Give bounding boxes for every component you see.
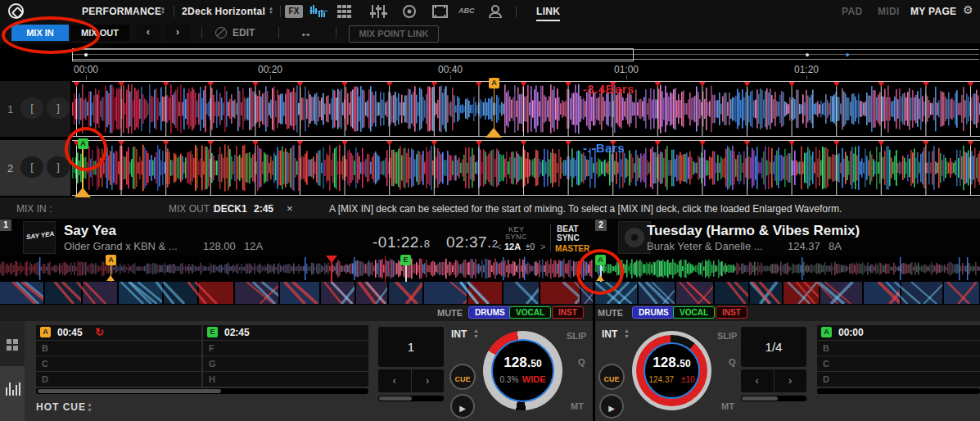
key-sync-value[interactable]: 12A: [504, 242, 521, 251]
deck1-play-button[interactable]: ▶: [450, 394, 475, 419]
hotcue-bank-chevrons-icon[interactable]: ▲▼: [87, 401, 93, 413]
hotcue-slot-d[interactable]: D: [36, 372, 201, 387]
gear-icon[interactable]: ⚙: [963, 3, 973, 16]
rekordbox-logo-icon[interactable]: [8, 3, 24, 19]
hotcue-slot-c[interactable]: C: [36, 356, 201, 371]
overview-view-region[interactable]: [72, 48, 634, 61]
fx-icon[interactable]: FX: [285, 5, 303, 18]
scrollbar-thumb[interactable]: [742, 396, 778, 401]
deck1-loop-in-button[interactable]: [: [20, 97, 43, 119]
beatjump-back-button[interactable]: ‹: [378, 369, 412, 392]
mixer-icon[interactable]: [370, 5, 388, 18]
timeline-tickmark: [86, 75, 87, 79]
deck1-int-mode[interactable]: INT: [451, 328, 467, 340]
beat-sync-label[interactable]: BEAT: [557, 224, 578, 233]
layout-chevrons-icon[interactable]: ▲▼: [269, 7, 273, 15]
mix-point-link-button[interactable]: MIX POINT LINK: [349, 25, 439, 43]
timeline-tickmark: [626, 75, 627, 79]
key-next-icon[interactable]: >: [540, 242, 545, 251]
deck1-elapsed-time: 02:37.2: [446, 233, 499, 251]
deck1-strip-waveform[interactable]: [0, 256, 593, 282]
deck1-stem-drums-button[interactable]: DRUMS: [468, 306, 512, 319]
deck1-quantize-label[interactable]: Q: [578, 357, 585, 367]
pad-mode-icon[interactable]: [7, 339, 18, 351]
deck1-loop-out-button[interactable]: ]: [47, 97, 70, 119]
deck1-cue-a-marker[interactable]: A: [489, 78, 499, 88]
hotcue-slot-d[interactable]: D: [817, 372, 980, 387]
recorder-icon[interactable]: [403, 5, 418, 18]
deck1-strip-cue-e[interactable]: E: [400, 255, 411, 265]
rekordbox-app: PERFORMANCE ▲▼ 2Deck Horizontal ▲▼ FX AB…: [0, 0, 980, 421]
mode-selector[interactable]: PERFORMANCE: [82, 6, 161, 17]
deck2-stem-vocal-button[interactable]: VOCAL: [673, 306, 715, 319]
deck2-cue-button[interactable]: CUE: [598, 364, 625, 390]
deck2-slip-label[interactable]: SLIP: [717, 331, 737, 341]
beatjump-fwd-button[interactable]: ›: [775, 369, 807, 392]
deck2-loop-out-button[interactable]: ]: [47, 156, 70, 178]
deck2-strip-waveform[interactable]: [595, 256, 980, 282]
deck1-beatjump-value[interactable]: 1: [378, 327, 444, 367]
deck2-stem-inst-button[interactable]: INST: [716, 306, 747, 319]
hotcue-slot-b[interactable]: B: [817, 341, 980, 355]
deck1-cue-button[interactable]: CUE: [449, 364, 476, 390]
deck1-jog-wheel[interactable]: 128.50 0.3% WIDE: [483, 331, 562, 410]
hotcue-slot-c[interactable]: C: [817, 356, 980, 371]
hotcue-slot-h[interactable]: H: [203, 372, 368, 387]
beatjump-back-button[interactable]: ‹: [741, 369, 775, 392]
layout-selector[interactable]: 2Deck Horizontal: [182, 6, 265, 17]
timeline-tick: 00:40: [438, 64, 463, 75]
toolbar-divider: [174, 6, 174, 17]
hotcue-slot-a[interactable]: A 00:00: [817, 325, 980, 340]
deck1-hotcue-scrollbar[interactable]: [36, 388, 368, 394]
scrollbar-thumb[interactable]: [379, 396, 412, 401]
quantize-off-icon[interactable]: [215, 27, 227, 38]
prev-mix-point-button[interactable]: ‹: [136, 25, 160, 41]
hotcue-slot-e[interactable]: E 02:45: [203, 325, 368, 340]
pad-tab[interactable]: PAD: [842, 6, 862, 17]
deck2-loop-in-button[interactable]: [: [20, 156, 43, 178]
hotcue-slot-a[interactable]: A 00:45 ↺: [36, 325, 201, 340]
hotcue-slot-f[interactable]: F: [203, 341, 368, 355]
deck2-beatjump-scrollbar[interactable]: [741, 396, 806, 401]
resize-icon[interactable]: ↔: [300, 25, 312, 39]
active-panel-tab[interactable]: [0, 366, 25, 421]
hotcue-slot-g[interactable]: G: [203, 356, 368, 371]
lyric-abc-icon[interactable]: ABC: [458, 7, 475, 15]
deck1-enlarged-waveform[interactable]: [72, 81, 980, 137]
scrollbar-thumb[interactable]: [38, 389, 221, 393]
link-tab[interactable]: LINK: [536, 6, 560, 21]
close-icon[interactable]: ×: [287, 202, 293, 215]
beat-sync-label[interactable]: SYNC: [557, 233, 580, 242]
deck2-play-button[interactable]: ▶: [599, 394, 624, 419]
edit-button[interactable]: EDIT: [233, 27, 255, 38]
waveform-view-icon[interactable]: [309, 5, 329, 18]
deck1-beatjump-scrollbar[interactable]: [378, 396, 444, 401]
beatjump-fwd-button[interactable]: ›: [412, 369, 445, 392]
deck1-mt-label[interactable]: MT: [571, 401, 584, 411]
my-page-tab[interactable]: MY PAGE: [910, 6, 956, 17]
deck2-int-mode[interactable]: INT: [602, 328, 617, 340]
camera-bust-icon[interactable]: [488, 5, 503, 18]
next-mix-point-button[interactable]: ›: [165, 25, 190, 41]
video-icon[interactable]: [432, 5, 449, 18]
int-chevrons-icon[interactable]: ▲▼: [624, 328, 630, 339]
key-prev-icon[interactable]: <: [496, 242, 501, 251]
mode-chevrons-icon[interactable]: ▲▼: [160, 7, 165, 15]
hotcue-slot-b[interactable]: B: [36, 341, 201, 355]
deck1-strip-cue-a[interactable]: A: [106, 255, 116, 265]
int-chevrons-icon[interactable]: ▲▼: [473, 328, 479, 339]
pad-grid-icon[interactable]: [337, 5, 354, 18]
deck1-stem-inst-button[interactable]: INST: [552, 306, 584, 319]
deck2-beatjump-value[interactable]: 1/4: [741, 327, 806, 367]
deck1-stem-vocal-button[interactable]: VOCAL: [509, 306, 551, 319]
deck2-enlarged-waveform[interactable]: [72, 140, 980, 196]
deck1-slip-label[interactable]: SLIP: [567, 331, 586, 341]
master-badge[interactable]: MASTER: [555, 244, 589, 253]
midi-tab[interactable]: MIDI: [878, 6, 900, 17]
hotcue-f-label: F: [209, 343, 215, 353]
deck2-jog-wheel[interactable]: 128.50 124.37 ±10: [632, 331, 711, 410]
deck2-stem-drums-button[interactable]: DRUMS: [632, 306, 675, 319]
deck2-mt-label[interactable]: MT: [721, 401, 734, 411]
deck2-hotcue-scrollbar[interactable]: [817, 388, 980, 394]
deck2-quantize-label[interactable]: Q: [729, 357, 736, 367]
